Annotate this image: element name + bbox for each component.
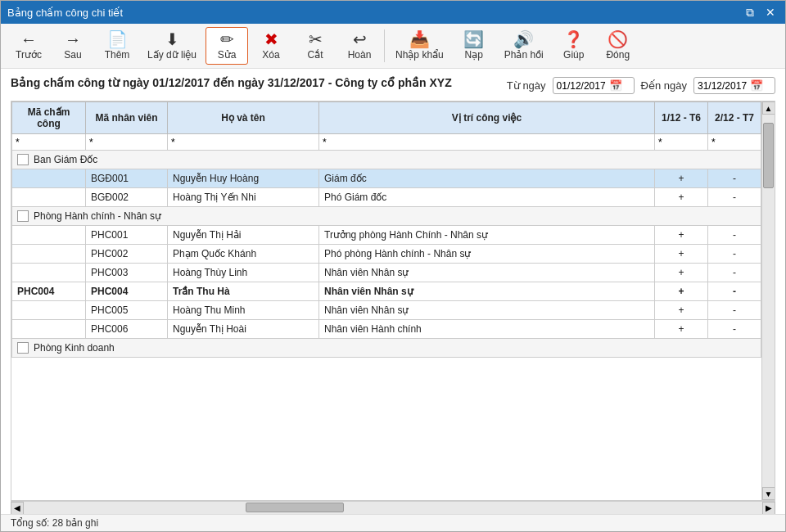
table-cell: PHC004 — [12, 282, 86, 301]
table-cell: + — [655, 226, 708, 245]
cut-icon: ✂ — [309, 31, 323, 47]
table-cell: Hoàng Thùy Linh — [168, 264, 319, 282]
group-checkbox[interactable] — [17, 154, 29, 165]
table-cell: Giám đốc — [319, 169, 655, 188]
table-cell: BGĐ002 — [86, 188, 168, 207]
table-cell: PHC004 — [86, 282, 168, 301]
forward-icon: → — [65, 31, 81, 47]
table-cell: PHC003 — [86, 264, 168, 282]
table-body: Ban Giám ĐốcBGĐ001Nguyễn Huy HoàngGiám đ… — [12, 151, 761, 358]
cancel-icon: ↩ — [353, 31, 367, 47]
table-cell: PHC005 — [86, 301, 168, 320]
table-cell — [12, 169, 86, 188]
window-controls: ⧉ ✕ — [743, 4, 779, 21]
cancel-button[interactable]: ↩ Hoàn — [338, 27, 381, 65]
filter-ho-ten[interactable] — [171, 137, 315, 148]
table-cell: Hoàng Thị Yến Nhi — [168, 188, 319, 207]
restore-button[interactable]: ⧉ — [743, 4, 757, 21]
delete-icon: ✖ — [264, 31, 278, 47]
table-row[interactable]: PHC001Nguyễn Thị HảiTrưởng phòng Hành Ch… — [12, 226, 761, 245]
table-cell: Phạm Quốc Khánh — [168, 245, 319, 264]
group-row: Phòng Hành chính - Nhân sự — [12, 207, 761, 226]
table-cell: Trưởng phòng Hành Chính - Nhân sự — [319, 226, 655, 245]
table-cell: + — [655, 245, 708, 264]
h-scroll-thumb[interactable] — [246, 503, 344, 512]
table-inner[interactable]: Mã chấm công Mã nhân viên Họ và tên Vị t… — [11, 101, 761, 500]
table-cell: Phó Giám đốc — [319, 188, 655, 207]
table-cell: + — [655, 264, 708, 282]
to-calendar-icon[interactable]: 📅 — [750, 79, 763, 92]
table-cell: Nhân viên Nhân sự — [319, 282, 655, 301]
to-label: Đến ngày — [641, 79, 687, 92]
edit-button[interactable]: ✏ Sửa — [206, 27, 248, 65]
group-checkbox[interactable] — [17, 210, 29, 222]
h-scroll-left-arrow[interactable]: ◀ — [11, 502, 24, 515]
scroll-up-arrow[interactable]: ▲ — [762, 101, 775, 115]
table-cell — [12, 320, 86, 339]
close-app-button[interactable]: 🚫 Đóng — [597, 27, 639, 65]
col-header-ma-cc: Mã chấm công — [12, 102, 86, 134]
toolbar: ← Trước → Sau 📄 Thêm ⬇ Lấy dữ liệu ✏ Sửa… — [1, 24, 785, 69]
table-row[interactable]: PHC004PHC004Trần Thu HàNhân viên Nhân sự… — [12, 282, 761, 301]
table-cell: + — [655, 282, 708, 301]
filter-date2[interactable] — [711, 137, 757, 148]
table-row[interactable]: PHC005Hoàng Thu MinhNhân viên Nhân sự+- — [12, 301, 761, 320]
forward-button[interactable]: → Sau — [52, 27, 94, 65]
report-header: Bảng chấm công từ ngày 01/12/2017 đến ng… — [11, 75, 775, 94]
filter-vi-tri[interactable] — [323, 137, 651, 148]
table-row[interactable]: PHC002Phạm Quốc KhánhPhó phòng Hành chín… — [12, 245, 761, 264]
scroll-down-arrow[interactable]: ▼ — [762, 487, 775, 500]
status-bar: Tổng số: 28 bản ghi — [1, 514, 785, 531]
table-row[interactable]: BGĐ002Hoàng Thị Yến NhiPhó Giám đốc+- — [12, 188, 761, 207]
vertical-scrollbar[interactable]: ▲ ▼ — [761, 101, 775, 500]
group-checkbox[interactable] — [17, 342, 29, 354]
to-date-input[interactable]: 31/12/2017 📅 — [693, 77, 775, 94]
h-scroll-right-arrow[interactable]: ▶ — [762, 502, 775, 515]
table-cell: BGĐ001 — [86, 169, 168, 188]
group-name: Phòng Kinh doanh — [34, 342, 115, 354]
feedback-button[interactable]: 🔊 Phản hồi — [497, 27, 551, 65]
scroll-track[interactable] — [762, 115, 775, 487]
horizontal-scrollbar[interactable]: ◀ ▶ — [11, 501, 775, 514]
add-icon: 📄 — [107, 31, 128, 47]
filter-date1[interactable] — [658, 137, 704, 148]
from-date-input[interactable]: 01/12/2017 📅 — [553, 77, 635, 94]
filter-ma-cc[interactable] — [16, 137, 82, 148]
group-name: Ban Giám Đốc — [34, 154, 97, 165]
reload-button[interactable]: 🔄 Nạp — [453, 27, 495, 65]
filter-ma-nv[interactable] — [89, 137, 164, 148]
table-row[interactable]: PHC006Nguyễn Thị HoàiNhân viên Hành chín… — [12, 320, 761, 339]
back-button[interactable]: ← Trước — [7, 27, 50, 65]
content-area: Bảng chấm công từ ngày 01/12/2017 đến ng… — [1, 69, 785, 514]
table-cell — [12, 188, 86, 207]
h-scroll-track[interactable] — [24, 502, 762, 514]
table-cell: + — [655, 188, 708, 207]
delete-button[interactable]: ✖ Xóa — [250, 27, 292, 65]
scroll-thumb[interactable] — [763, 123, 774, 188]
table-cell: Nguyễn Thị Hải — [168, 226, 319, 245]
table-cell: - — [708, 264, 761, 282]
date-filter: Từ ngày 01/12/2017 📅 Đến ngày 31/12/2017… — [507, 77, 775, 94]
from-calendar-icon[interactable]: 📅 — [609, 79, 622, 92]
group-name: Phòng Hành chính - Nhân sự — [34, 210, 161, 222]
import-button[interactable]: 📥 Nhập khẩu — [388, 27, 451, 65]
cut-button[interactable]: ✂ Cắt — [294, 27, 337, 65]
table-container: Mã chấm công Mã nhân viên Họ và tên Vị t… — [11, 101, 775, 501]
close-button[interactable]: ✕ — [762, 4, 779, 21]
table-cell — [12, 301, 86, 320]
group-row: Ban Giám Đốc — [12, 151, 761, 169]
table-cell: + — [655, 169, 708, 188]
table-cell: - — [708, 245, 761, 264]
edit-icon: ✏ — [220, 31, 234, 47]
help-button[interactable]: ❓ Giúp — [553, 27, 595, 65]
get-data-button[interactable]: ⬇ Lấy dữ liệu — [140, 27, 204, 65]
table-row[interactable]: PHC003Hoàng Thùy LinhNhân viên Nhân sự+- — [12, 264, 761, 282]
col-header-ho-ten: Họ và tên — [168, 102, 319, 134]
add-button[interactable]: 📄 Thêm — [96, 27, 138, 65]
table-cell: PHC006 — [86, 320, 168, 339]
table-cell: PHC002 — [86, 245, 168, 264]
table-cell: - — [708, 188, 761, 207]
table-row[interactable]: BGĐ001Nguyễn Huy HoàngGiám đốc+- — [12, 169, 761, 188]
toolbar-separator — [384, 29, 385, 62]
close-app-icon: 🚫 — [608, 31, 628, 47]
